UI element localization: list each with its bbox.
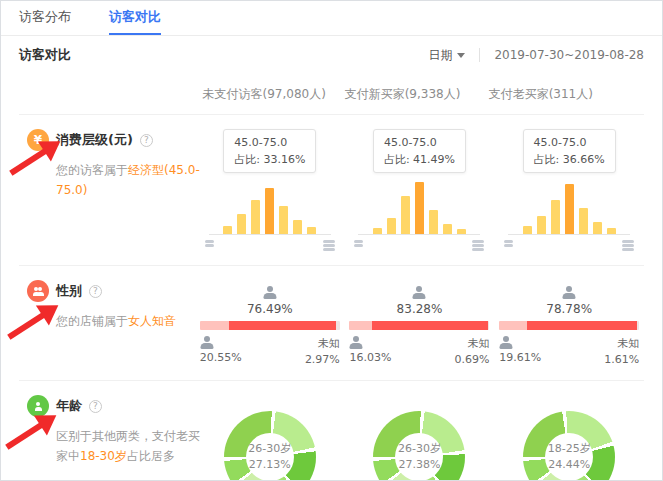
- consumption-chart-old-buyers: 45.0-75.0 占比: 36.66%: [494, 129, 644, 251]
- male-percent: 16.03%: [349, 351, 391, 364]
- gender-bar: [349, 321, 489, 330]
- unknown-label: 未知: [467, 336, 489, 351]
- female-percent: 76.49%: [247, 302, 293, 316]
- gender-icon: [27, 280, 49, 302]
- female-icon: [263, 286, 277, 299]
- gender-bar: [499, 321, 639, 330]
- unknown-percent: 1.61%: [604, 353, 639, 366]
- date-range-value: 2019-07-30~2019-08-28: [494, 48, 644, 62]
- section-title-gender: 性别: [56, 282, 82, 300]
- range-tooltip: 45.0-75.0 占比: 33.16%: [223, 129, 316, 173]
- page-title: 访客对比: [19, 46, 71, 64]
- column-header-old-buyers: 支付老买家(311人): [472, 74, 610, 114]
- unknown-label: 未知: [617, 336, 639, 351]
- consumption-chart-new-buyers: 45.0-75.0 占比: 41.49%: [345, 129, 495, 251]
- help-icon[interactable]: ?: [140, 134, 153, 147]
- bar-chart: [358, 181, 480, 235]
- donut-chart: 26-30岁 27.13%: [224, 411, 316, 481]
- tab-visitor-comparison[interactable]: 访客对比: [109, 1, 161, 35]
- donut-chart: 26-30岁 27.38%: [373, 411, 465, 481]
- section-title-consumption: 消费层级(元): [56, 131, 133, 149]
- column-header-new-buyers: 支付新买家(9,338人): [333, 74, 471, 114]
- male-percent: 19.61%: [499, 351, 541, 364]
- consumption-chart-unpaid: 45.0-75.0 占比: 33.16%: [195, 129, 345, 251]
- female-percent: 78.78%: [546, 302, 592, 316]
- column-header-row: 未支付访客(97,080人) 支付新买家(9,338人) 支付老买家(311人): [19, 74, 644, 115]
- range-tooltip: 45.0-75.0 占比: 36.66%: [523, 129, 616, 173]
- section-title-age: 年龄: [56, 397, 82, 415]
- age-icon: [27, 395, 49, 417]
- coin-scale: [354, 240, 484, 251]
- coin-scale: [504, 240, 634, 251]
- bar-chart: [508, 181, 630, 235]
- coin-stack-large-icon: [472, 240, 484, 251]
- consumption-icon: ¥: [27, 129, 49, 151]
- coin-scale: [205, 240, 335, 251]
- gender-description: 您的店铺属于女人知音: [56, 312, 208, 332]
- female-percent: 83.28%: [397, 302, 443, 316]
- male-percent: 20.55%: [200, 351, 242, 364]
- visitor-comparison-page: 访客分布 访客对比 访客对比 日期 2019-07-30~2019-08-28 …: [0, 0, 663, 481]
- gender-bar: [200, 321, 340, 330]
- gender-chart-new-buyers: 83.28% 16.03% 未知 0.69%: [345, 280, 495, 366]
- unknown-percent: 2.97%: [305, 353, 340, 366]
- column-header-unpaid: 未支付访客(97,080人): [195, 74, 333, 114]
- unknown-percent: 0.69%: [455, 353, 490, 366]
- section-consumption: ¥ 消费层级(元) ? 您的访客属于经济型(45.0-75.0) 45.0-75…: [19, 115, 644, 266]
- range-tooltip: 45.0-75.0 占比: 41.49%: [373, 129, 466, 173]
- coin-stack-small-icon: [504, 240, 513, 251]
- age-chart-unpaid: 26-30岁 27.13%: [195, 395, 345, 481]
- age-chart-old-buyers: 18-25岁 24.44%: [494, 395, 644, 481]
- section-age: 年龄 ? 区别于其他两类，支付老买家中18-30岁占比居多 26-30岁 27.…: [19, 381, 644, 481]
- section-gender: 性别 ? 您的店铺属于女人知音 76.49% 20.55% 未知: [19, 266, 644, 381]
- gender-chart-old-buyers: 78.78% 19.61% 未知 1.61%: [494, 280, 644, 366]
- consumption-description: 您的访客属于经济型(45.0-75.0): [56, 161, 208, 201]
- tab-bar: 访客分布 访客对比: [1, 1, 662, 36]
- gender-chart-unpaid: 76.49% 20.55% 未知 2.97%: [195, 280, 345, 366]
- help-icon[interactable]: ?: [89, 400, 102, 413]
- bar-chart: [209, 181, 331, 235]
- female-icon: [412, 286, 426, 299]
- coin-stack-small-icon: [205, 240, 214, 251]
- date-selector[interactable]: 日期 2019-07-30~2019-08-28: [428, 47, 644, 64]
- date-label: 日期: [428, 47, 452, 64]
- coin-stack-small-icon: [354, 240, 363, 251]
- male-icon: [349, 336, 363, 349]
- unknown-label: 未知: [318, 336, 340, 351]
- chevron-down-icon: [457, 53, 465, 58]
- coin-stack-large-icon: [622, 240, 634, 251]
- age-chart-new-buyers: 26-30岁 27.38%: [345, 395, 495, 481]
- tab-visitor-distribution[interactable]: 访客分布: [19, 1, 71, 35]
- donut-chart: 18-25岁 24.44%: [523, 411, 615, 481]
- male-icon: [499, 336, 513, 349]
- male-icon: [200, 336, 214, 349]
- female-icon: [562, 286, 576, 299]
- help-icon[interactable]: ?: [89, 285, 102, 298]
- age-description: 区别于其他两类，支付老买家中18-30岁占比居多: [56, 427, 208, 467]
- divider: [479, 48, 480, 62]
- coin-stack-large-icon: [323, 240, 335, 251]
